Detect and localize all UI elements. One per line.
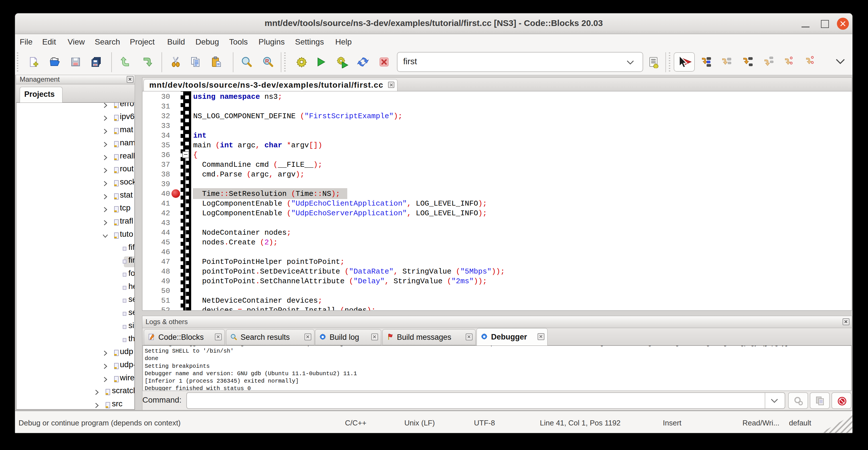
svg-text:R: R — [265, 58, 269, 64]
